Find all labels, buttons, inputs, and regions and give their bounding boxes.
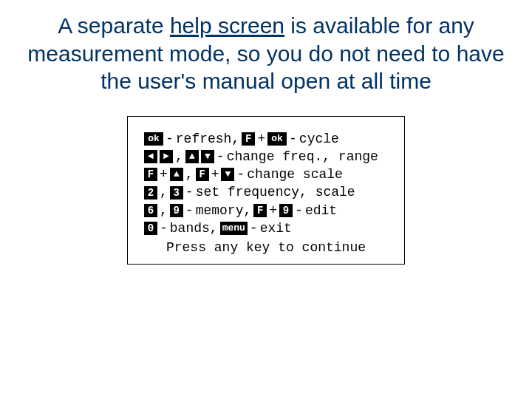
plus: + — [211, 166, 219, 183]
plus: + — [269, 202, 277, 219]
label-exit: exit — [260, 219, 292, 237]
label-cycle: cycle — [299, 130, 339, 148]
help-line-3: F + ▲ , F + ▼ - change scale — [144, 166, 388, 183]
label-set-freq-scale: set frequency, scale — [196, 183, 355, 201]
help-screen-panel: ok - refresh, F + ok - cycle ◄ ► , ▲ ▼ -… — [127, 116, 405, 265]
down-arrow-key-icon: ▼ — [201, 150, 214, 163]
dash: - — [250, 219, 258, 237]
help-line-4: 2 , 3 - set frequency, scale — [144, 183, 388, 201]
label-memory: memory, — [196, 202, 252, 219]
dash: - — [216, 148, 225, 166]
label-bands: bands, — [170, 219, 218, 237]
menu-key-icon: menu — [220, 222, 248, 235]
plus: + — [160, 166, 168, 183]
key-3-icon: 3 — [170, 186, 183, 200]
help-line-1: ok - refresh, F + ok - cycle — [144, 130, 388, 148]
dash: - — [185, 202, 194, 219]
key-2-icon: 2 — [144, 186, 157, 200]
right-arrow-key-icon: ► — [160, 150, 173, 163]
up-arrow-key-icon: ▲ — [185, 150, 199, 163]
key-9-icon: 9 — [279, 204, 293, 217]
comma: , — [160, 202, 168, 219]
key-6-icon: 6 — [144, 204, 157, 217]
f-key-icon: F — [242, 132, 255, 146]
left-arrow-key-icon: ◄ — [144, 150, 157, 163]
dash: - — [289, 130, 297, 148]
f-key-icon: F — [144, 168, 157, 181]
dash: - — [160, 219, 168, 237]
caption-pre: A separate — [58, 13, 170, 38]
slide-caption: A separate help screen is available for … — [0, 0, 532, 95]
ok-key-icon: ok — [144, 132, 163, 146]
dash: - — [166, 130, 174, 148]
comma: , — [160, 183, 168, 201]
dash: - — [295, 202, 303, 219]
up-arrow-key-icon: ▲ — [170, 168, 183, 181]
comma: , — [185, 166, 194, 183]
label-change-freq-range: change freq., range — [227, 148, 378, 166]
f-key-icon: F — [253, 204, 267, 217]
help-line-2: ◄ ► , ▲ ▼ - change freq., range — [144, 148, 388, 166]
plus: + — [257, 130, 265, 148]
label-refresh: refresh, — [176, 130, 239, 148]
help-line-6: 0 - bands, menu - exit — [144, 219, 388, 237]
dash: - — [236, 166, 245, 183]
dash: - — [185, 183, 194, 201]
key-9-icon: 9 — [170, 204, 183, 217]
help-line-5: 6 , 9 - memory, F + 9 - edit — [144, 202, 388, 219]
f-key-icon: F — [196, 168, 209, 181]
down-arrow-key-icon: ▼ — [221, 168, 234, 181]
label-change-scale: change scale — [247, 166, 343, 183]
comma: , — [175, 148, 183, 166]
caption-underline: help screen — [170, 13, 284, 38]
label-edit: edit — [305, 202, 337, 219]
ok-key-icon: ok — [267, 132, 287, 146]
key-0-icon: 0 — [144, 222, 157, 235]
press-any-key: Press any key to continue — [144, 240, 388, 255]
